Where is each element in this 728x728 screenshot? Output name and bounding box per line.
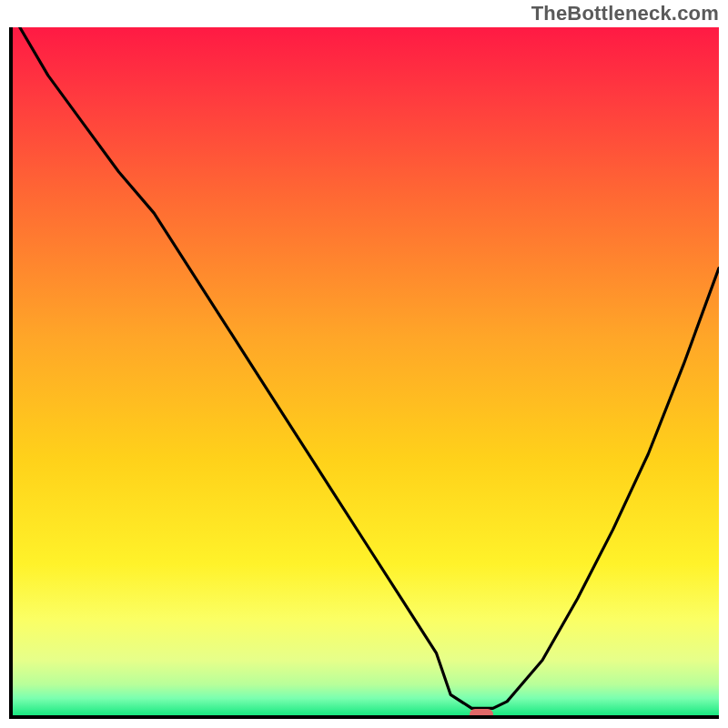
chart-line [13, 27, 719, 715]
chart-plot-area [9, 27, 719, 719]
minimum-marker [470, 709, 493, 719]
watermark-label: TheBottleneck.com [531, 2, 719, 25]
